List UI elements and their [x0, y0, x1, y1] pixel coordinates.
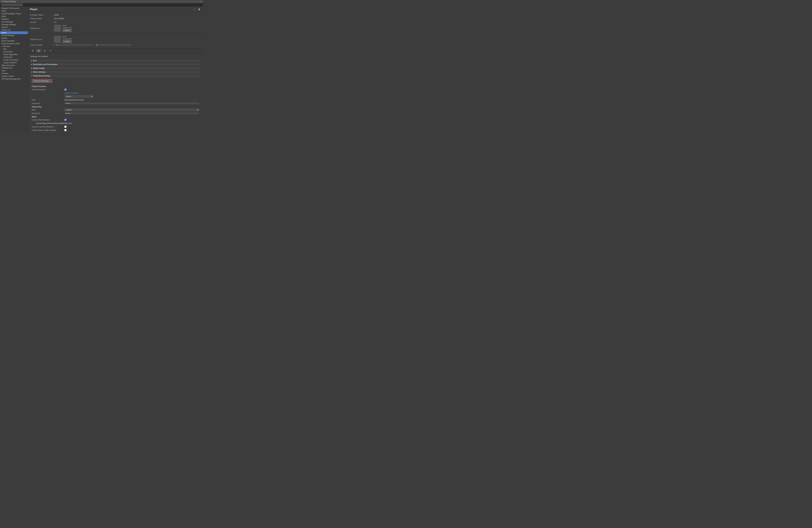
settings-for-platform: Settings for Android	[30, 55, 201, 58]
close-button[interactable]: ✕	[200, 1, 202, 3]
sidebar-item-preset-manager[interactable]: Preset Manager	[0, 34, 28, 37]
key-password-input[interactable]	[64, 112, 199, 115]
key-password-row: Password	[32, 112, 199, 115]
sidebar-item-cloud-diagnostics[interactable]: Cloud Diagnostics	[0, 53, 28, 56]
custom-launcher-manifest-label: Custom Launcher Manifest	[32, 126, 64, 128]
x-axis-label: X	[54, 44, 55, 46]
custom-keystore-link[interactable]: Custom Keystore	[64, 92, 78, 94]
cursor-none-label: None	[62, 36, 72, 38]
icon-select-area: None (Texture 2D) Select	[62, 25, 72, 32]
custom-launcher-manifest-checkbox[interactable]	[64, 126, 67, 128]
default-icon-controls: None (Texture 2D) Select	[54, 25, 72, 32]
default-icon-row: Default Icon None (Texture 2D) Select	[30, 25, 201, 32]
sidebar-item-cloudfoundation[interactable]: CloudFoundation Plugin	[0, 12, 28, 15]
alias-dropdown[interactable]: arkit30	[64, 108, 199, 111]
sidebar-item-legacy-analytics[interactable]: Legacy Analytics	[0, 61, 28, 64]
platform-tabs: 🖥 🗑 ⊞ ✦	[28, 48, 203, 53]
sidebar-item-quality[interactable]: Quality	[0, 37, 28, 40]
section-icon-arrow: ▶	[31, 60, 32, 61]
sidebar-item-audio[interactable]: Audio	[0, 10, 28, 12]
section-splash-arrow: ▶	[31, 68, 32, 69]
version-value: 0.1	[54, 21, 56, 23]
sidebar-item-graphics[interactable]: Graphics	[0, 18, 28, 20]
sidebar-item-xr-plugin[interactable]: XR Plugin Management	[0, 77, 28, 80]
sidebar-item-physics-2d[interactable]: Physics 2D	[0, 29, 28, 31]
sidebar-item-editor[interactable]: Editor	[0, 15, 28, 18]
keystore-password-input[interactable]	[64, 102, 199, 105]
sidebar-item-timeline[interactable]: Timeline	[0, 72, 28, 75]
product-name-value: Test_Arkit30	[54, 18, 64, 19]
manifest-path-value: Assets\Plugins\Android\AndroidManifest.x…	[34, 122, 72, 124]
search-bar	[0, 3, 203, 6]
sidebar-item-input-manager[interactable]: Input Manager	[0, 20, 28, 23]
sidebar-group-services[interactable]: Services	[0, 45, 28, 48]
product-name-row: Product Name Test_Arkit30	[30, 17, 201, 20]
minimize-button[interactable]: —	[194, 1, 196, 3]
tab-windows[interactable]: ⊞	[42, 49, 47, 53]
sidebar-item-time[interactable]: Time	[0, 70, 28, 72]
icon-select-button[interactable]: Select	[62, 29, 72, 32]
cursor-select-button[interactable]: Select	[62, 40, 72, 43]
hotspot-x-field: X	[54, 44, 92, 46]
section-splash-label: Splash Image	[33, 67, 45, 69]
sidebar-item-scene-template[interactable]: Scene Template	[0, 40, 28, 42]
cursor-hotspot-row: Cursor Hotspot X Y	[30, 44, 201, 46]
sidebar-item-collaborate[interactable]: Collaborate	[0, 56, 28, 59]
default-cursor-row: Default Cursor None (Texture 2D) Select	[30, 36, 201, 43]
standalone-icon: 🖥	[31, 49, 34, 52]
section-resolution-arrow: ▶	[31, 64, 32, 65]
sidebar-item-package-manager[interactable]: Package Manager	[0, 23, 28, 26]
keystore-password-label: Password	[32, 102, 64, 104]
custom-keystore-checkbox[interactable]	[64, 88, 67, 91]
sidebar: Adaptive Performance Audio CloudFoundati…	[0, 6, 28, 132]
tab-android[interactable]: 🗑	[36, 49, 42, 53]
custom-main-gradle-checkbox[interactable]	[64, 129, 67, 131]
keystore-manager-button[interactable]: Keystore Manager...	[32, 79, 53, 83]
window-controls: — □ ✕	[194, 1, 202, 3]
sidebar-item-adaptive-performance[interactable]: Adaptive Performance	[0, 7, 28, 10]
section-icon-label: Icon	[33, 60, 37, 62]
section-other-label: Other Settings	[33, 71, 45, 73]
custom-keystore-label: Custom Keystore	[32, 89, 64, 91]
sidebar-item-script-execution[interactable]: Script Execution Order	[0, 42, 28, 45]
custom-main-gradle-row: Custom Main Gradle Template	[32, 129, 199, 132]
sidebar-item-textmesh-pro[interactable]: TextMesh Pro	[0, 67, 28, 70]
section-publishing-arrow: ▼	[31, 75, 33, 77]
default-icon-label: Default Icon	[30, 27, 54, 29]
other-icon: ✦	[50, 49, 52, 52]
section-splash-header[interactable]: ▶ Splash Image	[30, 67, 201, 70]
section-resolution-header[interactable]: ▶ Resolution and Presentation	[30, 63, 201, 66]
tab-standalone[interactable]: 🖥	[30, 49, 35, 53]
sidebar-item-version-control[interactable]: Version Control	[0, 75, 28, 77]
keystore-select-dropdown[interactable]: Select...	[64, 95, 93, 98]
page-title: Player	[30, 8, 38, 11]
sidebar-item-cloud-build[interactable]: Cloud Build	[0, 50, 28, 53]
keystore-path-label: Path	[32, 99, 64, 101]
topbar-actions: ? 🔒	[193, 8, 201, 11]
manifest-path-row: Assets\Plugins\Android\AndroidManifest.x…	[32, 122, 199, 125]
help-icon[interactable]: ?	[193, 8, 196, 11]
sidebar-item-tags-and-layers[interactable]: Tags and Layers	[0, 64, 28, 67]
key-password-label: Password	[32, 112, 64, 114]
window-title: Project Settings	[3, 1, 16, 2]
maximize-button[interactable]: □	[197, 1, 199, 3]
android-icon: 🗑	[38, 49, 40, 52]
custom-main-manifest-checkbox[interactable]	[64, 119, 67, 121]
sidebar-item-ads[interactable]: Ads	[0, 48, 28, 50]
section-publishing-header[interactable]: ▼ Publishing Settings	[30, 74, 201, 77]
tab-other[interactable]: ✦	[48, 49, 53, 53]
section-other-header[interactable]: ▶ Other Settings	[30, 70, 201, 74]
company-name-row: Company Name UCAS	[30, 13, 201, 16]
section-resolution-label: Resolution and Presentation	[33, 63, 58, 65]
lock-icon[interactable]: 🔒	[197, 8, 201, 11]
sidebar-item-in-app-purchasing[interactable]: In-App Purchasing	[0, 59, 28, 61]
custom-keystore-row: Custom Keystore	[32, 88, 199, 91]
search-input[interactable]	[1, 4, 23, 6]
hotspot-y-input[interactable]	[95, 44, 132, 46]
settings-icon: ⚙	[1, 1, 2, 2]
section-icon-header[interactable]: ▶ Icon	[30, 59, 201, 62]
sidebar-item-player[interactable]: Player	[0, 31, 28, 34]
hotspot-x-input[interactable]	[56, 44, 92, 46]
sidebar-item-physics[interactable]: Physics	[0, 26, 28, 29]
title-bar: ⚙ Project Settings — □ ✕	[0, 0, 203, 3]
